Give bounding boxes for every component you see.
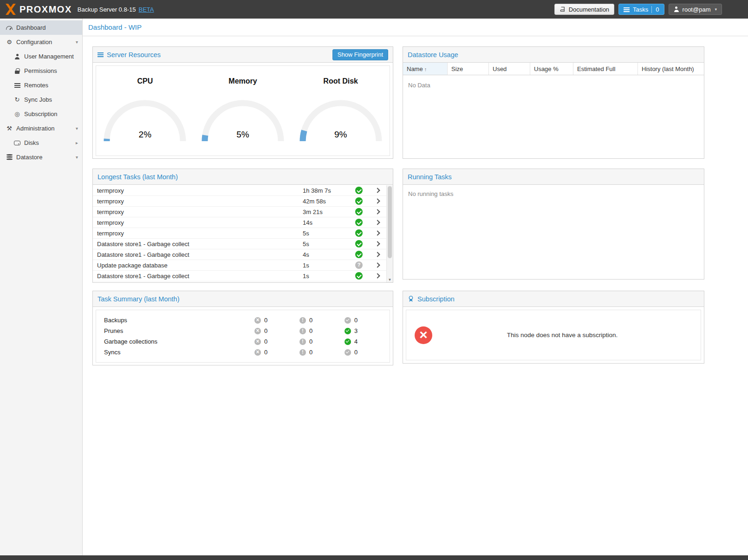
collapse-arrow-icon[interactable]: ▾ <box>76 155 78 160</box>
documentation-button[interactable]: Documentation <box>554 4 614 15</box>
open-task-chevron-icon[interactable] <box>369 210 386 214</box>
sidebar-item-user-management[interactable]: User Management <box>0 49 82 64</box>
sidebar-item-configuration[interactable]: ⚙ Configuration ▾ <box>0 35 82 49</box>
task-row[interactable]: termproxy 14s <box>93 217 386 228</box>
task-name: termproxy <box>97 187 303 194</box>
sidebar-item-sync-jobs[interactable]: ↻ Sync Jobs <box>0 92 82 107</box>
warning-icon <box>299 349 306 356</box>
error-icon <box>254 349 261 356</box>
task-row[interactable]: Datastore store1 - Garbage collect 5s <box>93 239 386 249</box>
user-menu-label: root@pam <box>683 6 711 13</box>
summary-label: Prunes <box>96 327 254 334</box>
sidebar-item-label: Permissions <box>24 67 57 74</box>
column-header-size[interactable]: Size <box>448 63 489 75</box>
sidebar-item-label: Datastore <box>16 154 42 161</box>
longest-tasks-list: termproxy 1h 38m 7s termproxy 42m 58s te… <box>93 185 386 282</box>
user-menu-button[interactable]: root@pam ▾ <box>669 4 722 15</box>
task-duration: 5s <box>303 230 349 237</box>
product-version: Backup Server 0.8-15 <box>78 6 136 13</box>
open-task-chevron-icon[interactable] <box>369 242 386 246</box>
sidebar-item-permissions[interactable]: Permissions <box>0 64 82 78</box>
open-task-chevron-icon[interactable] <box>369 263 386 267</box>
task-duration: 1s <box>303 273 349 280</box>
status-ok-icon <box>349 197 369 205</box>
collapse-arrow-icon[interactable]: ▾ <box>76 126 78 131</box>
warning-count: 0 <box>309 317 312 324</box>
show-fingerprint-button[interactable]: Show Fingerprint <box>332 49 388 60</box>
status-unknown-icon <box>349 261 369 269</box>
refresh-icon: ↻ <box>13 96 22 103</box>
task-name: Datastore store1 - Garbage collect <box>97 251 303 258</box>
open-task-chevron-icon[interactable] <box>369 189 386 192</box>
column-header-history[interactable]: History (last Month) <box>638 63 704 75</box>
scrollbar-thumb[interactable] <box>388 186 392 258</box>
column-header-estimated-full[interactable]: Estimated Full <box>573 63 638 75</box>
sidebar-item-datastore[interactable]: Datastore ▾ <box>0 150 82 164</box>
lock-open-icon <box>13 68 22 74</box>
task-row[interactable]: termproxy 1h 38m 7s <box>93 185 386 196</box>
server-resources-panel: Server Resources Show Fingerprint CPU 2%… <box>92 46 393 159</box>
expand-arrow-icon[interactable]: ▸ <box>76 140 78 145</box>
task-list-icon <box>624 7 630 12</box>
gauge-value: 9% <box>297 130 385 140</box>
warning-icon <box>299 328 306 334</box>
gauge-label: Root Disk <box>323 77 358 85</box>
column-header-used[interactable]: Used <box>489 63 530 75</box>
memory-gauge: Memory 5% <box>194 66 292 156</box>
subscription-panel: Subscription This node does not have a s… <box>403 291 704 364</box>
gauge-label: CPU <box>137 77 153 85</box>
column-header-name[interactable]: Name↑ <box>403 63 448 75</box>
datastore-usage-panel: Datastore Usage Name↑ Size Used Usage % … <box>403 46 704 159</box>
panel-title: Task Summary (last Month) <box>98 295 179 303</box>
ok-count: 0 <box>354 317 358 324</box>
sidebar-item-label: Remotes <box>24 82 48 89</box>
task-name: termproxy <box>97 208 303 215</box>
warning-count: 0 <box>309 327 312 334</box>
task-row[interactable]: Datastore store1 - Garbage collect 1s <box>93 271 386 281</box>
ok-icon <box>345 339 351 345</box>
task-duration: 4s <box>303 251 349 258</box>
task-row[interactable]: termproxy 42m 58s <box>93 196 386 207</box>
task-summary-table: Backups 0 0 0 Prunes 0 0 3 Garbage colle… <box>96 310 390 363</box>
error-icon <box>254 317 261 324</box>
open-task-chevron-icon[interactable] <box>369 231 386 235</box>
tasks-button[interactable]: Tasks 0 <box>618 4 664 15</box>
subscription-message: This node does not have a subscription. <box>432 332 692 339</box>
open-task-chevron-icon[interactable] <box>369 221 386 224</box>
task-row[interactable]: termproxy 3m 21s <box>93 207 386 217</box>
beta-link[interactable]: BETA <box>138 6 154 13</box>
status-ok-icon <box>349 187 369 194</box>
open-task-chevron-icon[interactable] <box>369 199 386 203</box>
sidebar-item-subscription[interactable]: ◎ Subscription <box>0 107 82 121</box>
sidebar-item-disks[interactable]: Disks ▸ <box>0 136 82 150</box>
sort-asc-icon: ↑ <box>424 66 427 72</box>
task-row[interactable]: Update package database 1s <box>93 260 386 271</box>
task-duration: 42m 58s <box>303 198 349 205</box>
summary-label: Garbage collections <box>96 338 254 345</box>
datastore-table-header: Name↑ Size Used Usage % Estimated Full H… <box>403 63 704 75</box>
task-summary-panel: Task Summary (last Month) Backups 0 0 0 … <box>92 291 393 365</box>
open-task-chevron-icon[interactable] <box>369 253 386 256</box>
task-row[interactable]: Datastore store1 - Garbage collect 4s <box>93 249 386 260</box>
task-name: termproxy <box>97 230 303 237</box>
user-icon <box>674 7 679 12</box>
task-name: Datastore store1 - Garbage collect <box>97 273 303 280</box>
bottom-window-edge <box>0 555 748 560</box>
ok-count: 4 <box>354 338 358 345</box>
sidebar-item-dashboard[interactable]: Dashboard <box>0 20 82 35</box>
proxmox-logo: PROXMOX <box>5 3 72 15</box>
error-count: 0 <box>264 338 267 345</box>
task-row[interactable]: termproxy 5s <box>93 228 386 239</box>
documentation-label: Documentation <box>569 6 609 13</box>
sidebar-item-remotes[interactable]: Remotes <box>0 78 82 92</box>
column-header-usage-pct[interactable]: Usage % <box>530 63 573 75</box>
vertical-scrollbar[interactable]: ▼ <box>386 185 393 282</box>
scroll-down-arrow-icon[interactable]: ▼ <box>387 278 393 282</box>
longest-tasks-panel: Longest Tasks (last Month) termproxy 1h … <box>92 169 393 283</box>
ok-icon <box>345 349 351 356</box>
main-content: Dashboard - WIP Server Resources Show Fi… <box>83 19 748 555</box>
sidebar-item-label: Dashboard <box>16 24 46 31</box>
collapse-arrow-icon[interactable]: ▾ <box>76 39 78 45</box>
sidebar-item-administration[interactable]: ⚒ Administration ▾ <box>0 121 82 136</box>
open-task-chevron-icon[interactable] <box>369 274 386 278</box>
